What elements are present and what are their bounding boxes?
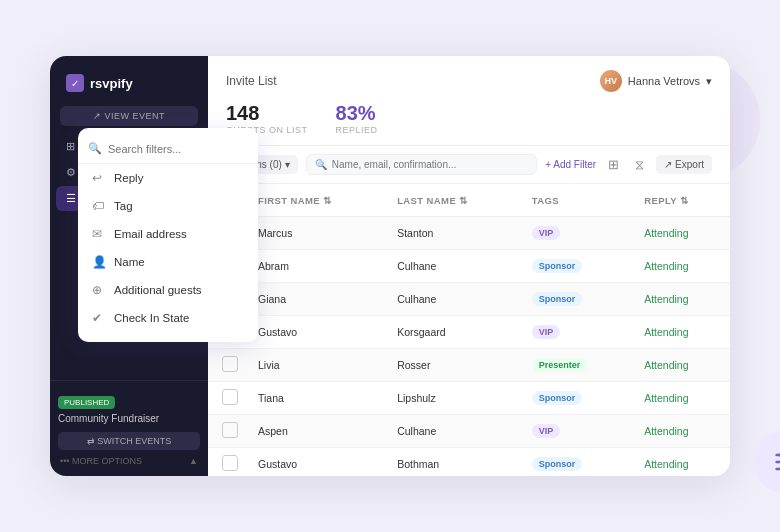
check-in-icon: ✔ bbox=[92, 311, 106, 325]
header-top: Invite List HV Hanna Vetrovs ▾ bbox=[226, 70, 712, 92]
table-head: FIRST NAME ⇅ LAST NAME ⇅ TAGS REPLY ⇅ bbox=[208, 184, 730, 217]
stats-row: 148 GUESTS ON LIST 83% REPLIED bbox=[226, 102, 712, 145]
col-tags: TAGS bbox=[522, 184, 634, 217]
row-tag: Presenter bbox=[522, 349, 634, 382]
row-last-name: Korsgaard bbox=[387, 316, 522, 349]
more-options-row: ••• MORE OPTIONS ▲ bbox=[58, 456, 200, 466]
row-checkbox-cell bbox=[208, 415, 248, 448]
invitees-table: FIRST NAME ⇅ LAST NAME ⇅ TAGS REPLY ⇅ Ma… bbox=[208, 184, 730, 476]
tag-badge: VIP bbox=[532, 226, 561, 240]
export-label: Export bbox=[675, 159, 704, 170]
user-name: Hanna Vetrovs bbox=[628, 75, 700, 87]
row-last-name: Lipshulz bbox=[387, 382, 522, 415]
chevron-up-icon: ▲ bbox=[189, 456, 198, 466]
row-checkbox[interactable] bbox=[222, 389, 238, 405]
table-body: Marcus Stanton VIP Attending Abram Culha… bbox=[208, 217, 730, 477]
row-checkbox[interactable] bbox=[222, 455, 238, 471]
event-name: Community Fundraiser bbox=[58, 413, 200, 424]
row-first-name: Giana bbox=[248, 283, 387, 316]
row-last-name: Culhane bbox=[387, 283, 522, 316]
table-row: Marcus Stanton VIP Attending bbox=[208, 217, 730, 250]
additional-guests-icon: ⊕ bbox=[92, 283, 106, 297]
avatar: HV bbox=[600, 70, 622, 92]
tag-icon: 🏷 bbox=[92, 199, 106, 213]
filter-item-tag[interactable]: 🏷 Tag bbox=[78, 192, 208, 220]
row-reply: Attending bbox=[634, 250, 730, 283]
replied-label: REPLIED bbox=[336, 125, 378, 135]
table-wrap: FIRST NAME ⇅ LAST NAME ⇅ TAGS REPLY ⇅ Ma… bbox=[208, 184, 730, 476]
row-first-name: Gustavo bbox=[248, 316, 387, 349]
chevron-down-icon: ▾ bbox=[706, 75, 712, 88]
row-tag: Sponsor bbox=[522, 382, 634, 415]
search-input[interactable] bbox=[332, 159, 528, 170]
search-icon: 🔍 bbox=[315, 159, 327, 170]
row-tag: Sponsor bbox=[522, 283, 634, 316]
tag-badge: Presenter bbox=[532, 358, 588, 372]
row-tag: VIP bbox=[522, 316, 634, 349]
row-first-name: Livia bbox=[248, 349, 387, 382]
page-title: Invite List bbox=[226, 74, 277, 88]
sidebar-logo: rsvpify bbox=[50, 56, 208, 102]
export-button[interactable]: ↗ Export bbox=[656, 155, 712, 174]
row-first-name: Tiana bbox=[248, 382, 387, 415]
sliders-circle[interactable] bbox=[754, 430, 780, 494]
published-badge: PUBLISHED bbox=[58, 396, 115, 409]
tag-badge: VIP bbox=[532, 325, 561, 339]
filter-item-label: Additional guests bbox=[114, 284, 202, 296]
name-icon: 👤 bbox=[92, 255, 106, 269]
row-tag: VIP bbox=[522, 217, 634, 250]
row-first-name: Marcus bbox=[248, 217, 387, 250]
row-reply: Attending bbox=[634, 316, 730, 349]
row-reply: Attending bbox=[634, 217, 730, 250]
content-header: Invite List HV Hanna Vetrovs ▾ 148 GUEST… bbox=[208, 56, 730, 146]
main-content: Invite List HV Hanna Vetrovs ▾ 148 GUEST… bbox=[208, 56, 730, 476]
row-checkbox[interactable] bbox=[222, 422, 238, 438]
actions-chevron-icon: ▾ bbox=[285, 159, 290, 170]
filter-item-label: Email address bbox=[114, 228, 187, 240]
col-last-name[interactable]: LAST NAME ⇅ bbox=[387, 184, 522, 217]
tag-badge: Sponsor bbox=[532, 457, 583, 471]
row-reply: Attending bbox=[634, 415, 730, 448]
filter-item-label: Check In State bbox=[114, 312, 189, 324]
table-row: Livia Rosser Presenter Attending bbox=[208, 349, 730, 382]
row-reply: Attending bbox=[634, 349, 730, 382]
tag-badge: Sponsor bbox=[532, 259, 583, 273]
tag-badge: Sponsor bbox=[532, 292, 583, 306]
filter-item-label: Reply bbox=[114, 172, 143, 184]
toolbar: Actions (0) ▾ 🔍 + Add Filter ⊞ ⧖ ↗ Expor… bbox=[208, 146, 730, 184]
row-first-name: Abram bbox=[248, 250, 387, 283]
stat-replied: 83% REPLIED bbox=[336, 102, 378, 135]
row-last-name: Bothman bbox=[387, 448, 522, 477]
row-last-name: Rosser bbox=[387, 349, 522, 382]
filter-item-check-in-state[interactable]: ✔ Check In State bbox=[78, 304, 208, 332]
view-event-button[interactable]: VIEW EVENT bbox=[60, 106, 198, 126]
filter-item-email[interactable]: ✉ Email address bbox=[78, 220, 208, 248]
row-last-name: Stanton bbox=[387, 217, 522, 250]
filter-item-label: Name bbox=[114, 256, 145, 268]
more-options-label[interactable]: ••• MORE OPTIONS bbox=[60, 456, 142, 466]
row-last-name: Culhane bbox=[387, 415, 522, 448]
filter-item-reply[interactable]: ↩ Reply bbox=[78, 164, 208, 192]
replied-pct: 83% bbox=[336, 102, 378, 125]
filter-item-additional-guests[interactable]: ⊕ Additional guests bbox=[78, 276, 208, 304]
row-checkbox-cell bbox=[208, 382, 248, 415]
row-checkbox[interactable] bbox=[222, 356, 238, 372]
columns-button[interactable]: ⊞ bbox=[604, 155, 623, 174]
row-first-name: Gustavo bbox=[248, 448, 387, 477]
search-icon: 🔍 bbox=[88, 142, 102, 155]
col-first-name[interactable]: FIRST NAME ⇅ bbox=[248, 184, 387, 217]
col-reply[interactable]: REPLY ⇅ bbox=[634, 184, 730, 217]
row-last-name: Culhane bbox=[387, 250, 522, 283]
sidebar: rsvpify VIEW EVENT ⊞ Dashboard ⚙ Setup ›… bbox=[50, 56, 208, 476]
rsvpify-logo-icon bbox=[66, 74, 84, 92]
filter-search-input[interactable] bbox=[108, 143, 208, 155]
user-menu[interactable]: HV Hanna Vetrovs ▾ bbox=[600, 70, 712, 92]
adjust-button[interactable]: ⧖ bbox=[631, 155, 648, 175]
table-row: Abram Culhane Sponsor Attending bbox=[208, 250, 730, 283]
reply-icon: ↩ bbox=[92, 171, 106, 185]
switch-events-button[interactable]: ⇄ SWITCH EVENTS bbox=[58, 432, 200, 450]
add-filter-button[interactable]: + Add Filter bbox=[545, 159, 596, 170]
filter-item-name[interactable]: 👤 Name bbox=[78, 248, 208, 276]
tag-badge: VIP bbox=[532, 424, 561, 438]
row-reply: Attending bbox=[634, 283, 730, 316]
